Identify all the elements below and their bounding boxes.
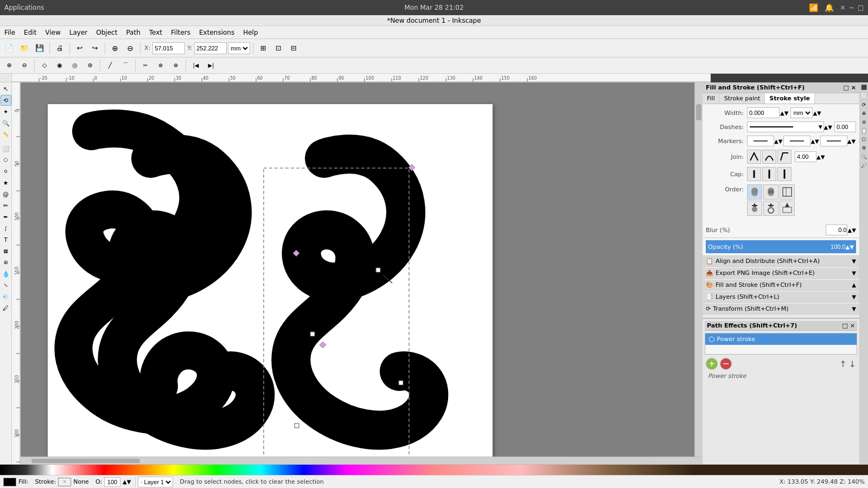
h-scroll-thumb[interactable] — [31, 459, 140, 463]
strip-btn-7[interactable]: ⬡ — [860, 136, 868, 143]
strip-btn-3[interactable]: ⟳ — [860, 101, 868, 108]
order-markers-custom-btn[interactable] — [780, 201, 795, 216]
dashes-stepper-up[interactable]: ▲ — [824, 124, 828, 130]
seg-line-btn[interactable]: ╱ — [103, 59, 117, 73]
tool-callig[interactable]: ∫ — [1, 223, 11, 234]
node-add-btn[interactable]: ⊕ — [2, 59, 16, 73]
pe-down-arrow[interactable]: ↓ — [849, 359, 856, 369]
node-first-btn[interactable]: |◀ — [189, 59, 203, 73]
align-btn[interactable]: ⊟ — [286, 41, 301, 55]
cap-round-btn[interactable] — [762, 167, 776, 181]
print-btn[interactable]: 🖨 — [53, 41, 67, 55]
opacity-up[interactable]: ▲ — [846, 244, 850, 250]
tool-spiral[interactable]: @ — [1, 189, 11, 200]
marker-mid-up[interactable]: ▲ — [810, 138, 815, 144]
menu-item-layer[interactable]: Layer — [65, 28, 92, 37]
menu-item-view[interactable]: View — [41, 28, 65, 37]
win-max-btn[interactable]: □ — [858, 4, 864, 11]
tool-pen[interactable]: ✒ — [1, 211, 11, 222]
tool-connector[interactable]: ⤡ — [1, 280, 11, 291]
menu-item-filters[interactable]: Filters — [167, 28, 195, 37]
tool-circle[interactable]: ⚪ — [1, 166, 11, 177]
tool-star[interactable]: ★ — [1, 177, 11, 188]
path-break-btn[interactable]: ✂ — [138, 59, 152, 73]
opacity-stepper-sb[interactable]: ▲▼ — [123, 479, 131, 485]
tab-fill[interactable]: Fill — [703, 93, 720, 104]
tool-gradient[interactable]: ▦ — [1, 246, 11, 256]
seg-curve-btn[interactable]: ⌒ — [118, 59, 132, 73]
panel-transform-header[interactable]: ⟳ Transform (Shift+Ctrl+M) ▼ — [703, 304, 859, 314]
open-btn[interactable]: 📁 — [17, 41, 31, 55]
tab-stroke-paint[interactable]: Stroke paint — [720, 93, 765, 104]
strip-btn-5[interactable]: ⊖ — [860, 118, 868, 126]
strip-btn-4[interactable]: ⊕ — [860, 110, 868, 117]
tool-measure[interactable]: 📏 — [1, 129, 11, 140]
marker-start-up[interactable]: ▲ — [774, 138, 778, 144]
node-handle-4[interactable] — [310, 332, 315, 336]
strip-btn-8[interactable]: ⟰ — [860, 144, 868, 152]
order-stroke-over-fill-btn[interactable] — [763, 184, 778, 200]
node-auto-btn[interactable]: ⊛ — [83, 59, 97, 73]
width-input[interactable] — [747, 107, 780, 118]
menu-item-help[interactable]: Help — [239, 28, 262, 37]
unit-select[interactable]: mm px cm — [228, 42, 250, 54]
pe-remove-btn[interactable]: − — [720, 358, 732, 370]
panel-export-header[interactable]: 📤 Export PNG Image (Shift+Ctrl+E) ▼ — [703, 268, 859, 278]
win-min-btn[interactable]: − — [849, 4, 854, 11]
opacity-down[interactable]: ▼ — [850, 244, 854, 250]
tool-3d[interactable]: ⬡ — [1, 155, 11, 165]
v-scrollbar[interactable] — [694, 82, 702, 457]
strip-btn-10[interactable]: 🔎 — [860, 162, 868, 169]
save-btn[interactable]: 💾 — [33, 41, 47, 55]
order-fill-over-stroke-btn[interactable] — [747, 184, 762, 200]
panel-layers-header[interactable]: 📑 Layers (Shift+Ctrl+L) ▼ — [703, 292, 859, 302]
new-btn[interactable]: 📄 — [2, 41, 16, 55]
tool-eraser[interactable]: 🖊 — [1, 303, 11, 313]
panel-fill2-header[interactable]: 🎨 Fill and Stroke (Shift+Ctrl+F) ▲ — [703, 280, 859, 290]
zoom-out-btn[interactable]: ⊖ — [123, 41, 137, 55]
path-join2-btn[interactable]: ⊕ — [169, 59, 183, 73]
node-handle-8[interactable] — [399, 381, 403, 385]
blur-up[interactable]: ▲ — [848, 227, 852, 233]
node-handle-6[interactable] — [295, 423, 299, 428]
tool-select[interactable]: ↖ — [1, 84, 11, 94]
cap-square-btn[interactable] — [777, 167, 792, 181]
panel-close-btn[interactable]: × — [851, 84, 856, 91]
strip-btn-9[interactable]: 🔍 — [860, 153, 868, 160]
join-up[interactable]: ▲ — [816, 154, 821, 160]
tool-dropper[interactable]: 💧 — [1, 268, 11, 279]
opacity-input[interactable] — [824, 241, 846, 252]
h-scrollbar[interactable] — [21, 457, 702, 464]
node-last-btn[interactable]: ▶| — [204, 59, 218, 73]
panel-min-btn[interactable]: □ — [843, 84, 848, 91]
tool-mesh[interactable]: ⊞ — [1, 257, 11, 268]
join-miter-btn[interactable] — [747, 150, 761, 164]
unit-stepper-up[interactable]: ▲ — [813, 110, 817, 116]
width-unit[interactable]: mmpx — [790, 107, 813, 118]
strip-btn-2[interactable]: ⬜ — [860, 92, 868, 100]
layer-select[interactable]: · Layer 1 — [138, 477, 173, 487]
join-bevel-btn[interactable] — [777, 150, 792, 164]
join-round-btn[interactable] — [762, 150, 776, 164]
undo-btn[interactable]: ↩ — [73, 41, 87, 55]
strip-btn-1[interactable]: ⬛ — [860, 84, 868, 91]
dashes-offset[interactable] — [834, 121, 856, 132]
dashes-select[interactable]: ▼ — [747, 121, 824, 132]
x-input[interactable] — [152, 42, 185, 54]
tool-text[interactable]: T — [1, 234, 11, 245]
cap-butt-btn[interactable] — [747, 167, 761, 181]
v-scroll-thumb[interactable] — [696, 104, 701, 120]
strip-btn-6[interactable]: 📋 — [860, 127, 868, 134]
pe-min-btn[interactable]: □ — [842, 322, 847, 329]
pe-close-btn[interactable]: × — [850, 322, 855, 329]
join-down[interactable]: ▼ — [821, 154, 825, 160]
fill-swatch[interactable] — [3, 478, 16, 486]
menu-item-file[interactable]: File — [0, 28, 20, 37]
y-input[interactable] — [194, 42, 227, 54]
menu-item-text[interactable]: Text — [145, 28, 167, 37]
canvas-area[interactable] — [21, 82, 702, 464]
width-stepper-up[interactable]: ▲ — [780, 110, 784, 116]
transform-btn[interactable]: ⊡ — [271, 41, 285, 55]
order-markers-fill-btn[interactable] — [747, 201, 762, 216]
marker-start[interactable] — [747, 136, 774, 146]
